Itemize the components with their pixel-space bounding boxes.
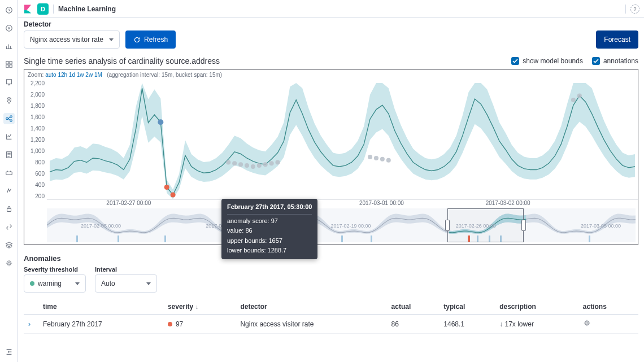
- chart-tooltip: February 27th 2017, 05:30:00 anomaly sco…: [221, 199, 317, 259]
- interval-select[interactable]: Auto: [95, 274, 157, 293]
- nav-metrics-icon[interactable]: [3, 131, 15, 142]
- severity-dot-icon: [168, 322, 172, 326]
- col-detector[interactable]: detector: [236, 299, 386, 315]
- header-divider: [625, 5, 626, 14]
- y-tick: 600: [24, 171, 45, 177]
- space-badge[interactable]: D: [37, 3, 49, 15]
- anomalies-table: time severity ↓ detector actual typical …: [24, 299, 638, 334]
- y-tick: 2,200: [24, 80, 45, 86]
- col-severity-label: severity: [168, 303, 193, 311]
- svg-point-20: [251, 164, 255, 169]
- x-axis: 2017-02-27 00:00 2017-02-28 00:00 2017-0…: [47, 200, 634, 206]
- nav-ml-icon[interactable]: [3, 113, 15, 124]
- severity-select[interactable]: warning: [24, 274, 86, 293]
- nav-maps-icon[interactable]: [3, 95, 15, 106]
- x-tick: 2017-03-01 00:00: [359, 200, 404, 206]
- ctx-tick: 2017-02-26 00:00: [456, 223, 496, 229]
- zoom-12h[interactable]: 12h: [58, 72, 67, 78]
- y-tick: 2,000: [24, 91, 45, 98]
- ctx-tick: 2017-02-19 00:00: [330, 223, 371, 229]
- tooltip-row: upper bounds: 1657: [227, 236, 312, 246]
- timeseries-chart: Zoom: auto 12h 1d 1w 2w 1M (aggregation …: [24, 69, 638, 245]
- svg-point-29: [571, 98, 576, 102]
- show-bounds-label: show model bounds: [523, 57, 583, 65]
- y-tick: 400: [24, 182, 45, 188]
- nav-canvas-icon[interactable]: [3, 77, 15, 88]
- y-tick: 1,400: [24, 125, 45, 132]
- nav-visualize-icon[interactable]: [3, 41, 15, 52]
- kibana-logo-icon: [23, 4, 33, 14]
- row-actions-gear-icon[interactable]: [583, 321, 591, 329]
- nav-uptime-icon[interactable]: [3, 185, 15, 197]
- context-x-axis: 2017-02-05 00:00 2017-02-12 00:00 2017-0…: [69, 223, 632, 229]
- svg-point-19: [245, 163, 249, 168]
- cell-actual: 86: [387, 315, 440, 334]
- help-icon[interactable]: ?: [630, 5, 639, 14]
- y-tick: 1,800: [24, 103, 45, 109]
- svg-point-28: [386, 158, 391, 163]
- plot-area[interactable]: [47, 80, 638, 207]
- page-header: D Machine Learning ?: [18, 0, 644, 18]
- svg-point-16: [226, 160, 230, 164]
- svg-point-30: [577, 93, 582, 98]
- zoom-2w[interactable]: 2w: [85, 72, 93, 78]
- severity-select-value: warning: [38, 280, 62, 287]
- x-tick: 2017-03-02 00:00: [486, 200, 530, 206]
- nav-apm-icon[interactable]: [3, 167, 15, 178]
- tooltip-row: value: 86: [227, 226, 312, 236]
- svg-point-33: [164, 185, 169, 190]
- col-description[interactable]: description: [495, 299, 578, 315]
- zoom-label: Zoom:: [28, 72, 43, 78]
- col-typical[interactable]: typical: [439, 299, 495, 315]
- context-chart[interactable]: 2017-02-05 00:00 2017-02-12 00:00 2017-0…: [47, 208, 636, 242]
- expand-row-icon[interactable]: ›: [28, 320, 34, 328]
- svg-point-17: [232, 161, 237, 165]
- zoom-auto[interactable]: auto: [45, 72, 56, 78]
- tooltip-row: anomaly score: 97: [227, 216, 312, 226]
- refresh-button[interactable]: Refresh: [125, 30, 176, 49]
- col-actual[interactable]: actual: [387, 299, 440, 315]
- svg-point-32: [171, 192, 176, 197]
- detector-label: Detector: [24, 20, 638, 28]
- collapse-sidebar-icon[interactable]: [3, 346, 15, 357]
- tooltip-row: lower bounds: 1288.7: [227, 246, 312, 256]
- nav-dashboard-icon[interactable]: [3, 59, 15, 70]
- nav-stack-icon[interactable]: [3, 239, 15, 251]
- cell-detector: Nginx access visitor rate: [236, 315, 386, 334]
- forecast-label: Forecast: [604, 36, 630, 43]
- col-severity[interactable]: severity ↓: [163, 299, 236, 315]
- col-actions[interactable]: actions: [578, 299, 638, 315]
- svg-rect-4: [6, 65, 8, 67]
- x-tick: 2017-02-27 00:00: [106, 200, 151, 206]
- show-bounds-checkbox[interactable]: show model bounds: [511, 57, 583, 65]
- description-text: 17x lower: [505, 320, 534, 328]
- table-row: › February 27th 2017 97 Nginx access vis…: [24, 315, 638, 334]
- cell-severity: 97: [163, 315, 236, 334]
- ctx-tick: 2017-03-05 00:00: [581, 223, 621, 229]
- zoom-1M[interactable]: 1M: [94, 72, 102, 78]
- svg-point-26: [374, 156, 378, 160]
- nav-logs-icon[interactable]: [3, 149, 15, 160]
- nav-devtools-icon[interactable]: [3, 221, 15, 233]
- severity-threshold-label: Severity threshold: [24, 266, 86, 273]
- forecast-button[interactable]: Forecast: [596, 30, 638, 49]
- svg-rect-3: [9, 62, 11, 64]
- zoom-1d[interactable]: 1d: [69, 72, 75, 78]
- detector-select-value: Nginx access visitor rate: [30, 36, 103, 43]
- nav-recent-icon[interactable]: [3, 5, 15, 16]
- detector-select[interactable]: Nginx access visitor rate: [24, 30, 120, 49]
- nav-discover-icon[interactable]: [3, 23, 15, 34]
- svg-point-23: [269, 161, 274, 165]
- annotations-checkbox[interactable]: annotations: [592, 57, 638, 65]
- check-icon: [511, 57, 519, 65]
- svg-rect-2: [6, 62, 8, 64]
- col-time[interactable]: time: [38, 299, 163, 315]
- y-tick: 800: [24, 159, 45, 165]
- zoom-1w[interactable]: 1w: [77, 72, 84, 78]
- sidebar: [0, 0, 18, 362]
- nav-management-icon[interactable]: [3, 258, 15, 269]
- nav-security-icon[interactable]: [3, 203, 15, 215]
- interval-select-value: Auto: [101, 280, 115, 287]
- tooltip-title: February 27th 2017, 05:30:00: [227, 202, 312, 215]
- svg-point-27: [380, 157, 385, 162]
